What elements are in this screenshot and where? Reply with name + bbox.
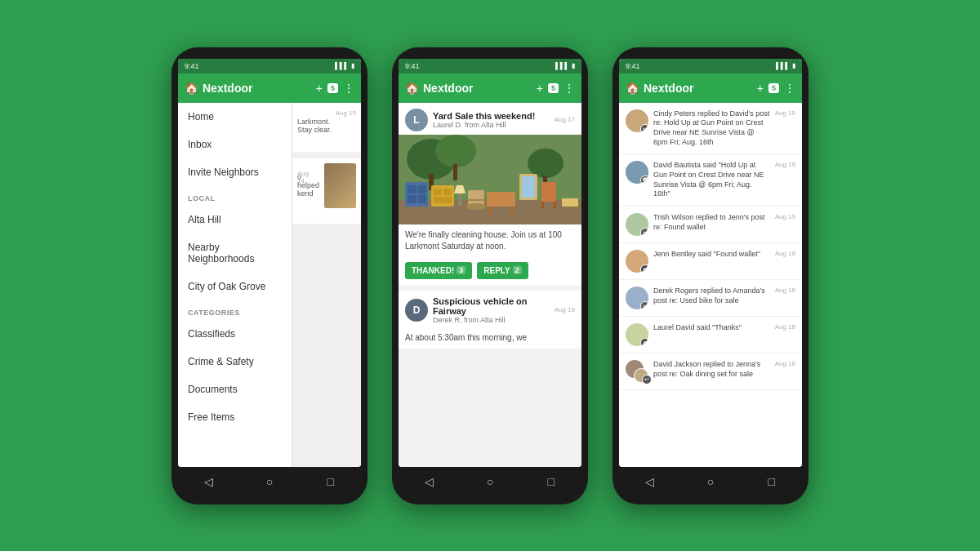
svg-rect-22 [487, 192, 515, 207]
reply-count: 2 [513, 266, 522, 274]
drawer-item-invite[interactable]: Invite Neighbors [178, 158, 292, 186]
svg-rect-17 [458, 193, 461, 207]
svg-rect-13 [431, 185, 454, 207]
svg-rect-31 [562, 198, 578, 207]
more-icon-2[interactable]: ⋮ [564, 82, 575, 95]
drawer-item-documents[interactable]: Documents [178, 375, 292, 403]
drawer-item-nearby[interactable]: Nearby Neighborhoods [178, 233, 292, 273]
phone-1-screen: 9:41 ▌▌▌ ▮ 🏠 Nextdoor + 5 ⋮ Home Inbox I [178, 59, 361, 467]
recents-btn-2[interactable]: □ [543, 473, 559, 490]
drawer-section-categories: CATEGORIES [178, 300, 292, 320]
thanked-button[interactable]: THANKED! 3 [405, 262, 472, 279]
post-1-header: L Yard Sale this weekend! Laurel D. from… [399, 103, 581, 135]
home-btn-2[interactable]: ○ [482, 473, 498, 490]
post-1-avatar: L [405, 109, 428, 131]
notif-date-6: Aug 18 [775, 323, 795, 331]
drawer-item-altahill[interactable]: Alta Hill [178, 206, 292, 233]
phone-1: 9:41 ▌▌▌ ▮ 🏠 Nextdoor + 5 ⋮ Home Inbox I [172, 47, 368, 504]
post-2-body: At about 5:30am this morning, we [399, 327, 581, 349]
status-time-2: 9:41 [405, 62, 420, 70]
notif-item-7[interactable]: ↩ David Jackson replied to Jenna's post … [619, 353, 802, 390]
home-btn-1[interactable]: ○ [261, 473, 278, 490]
app-logo-1: 🏠 [185, 82, 198, 95]
phone-2: 9:41 ▌▌▌ ▮ 🏠 Nextdoor + 5 ⋮ L [392, 47, 588, 504]
post-2-title: Suspicious vehicle on Fairway [433, 296, 550, 316]
post-2-date: Aug 16 [555, 306, 575, 313]
app-name-1: Nextdoor [203, 82, 252, 95]
recents-btn-3[interactable]: □ [764, 473, 780, 490]
add-icon-3[interactable]: + [757, 82, 764, 95]
svg-rect-29 [541, 202, 544, 208]
drawer-item-classifieds[interactable]: Classifieds [178, 320, 292, 348]
notif-comment-icon-6: 💬 [640, 338, 648, 346]
back-btn-3[interactable]: ◁ [641, 473, 657, 490]
phone-2-nav: ◁ ○ □ [399, 467, 581, 493]
partial-image [324, 163, 356, 208]
svg-rect-27 [541, 190, 556, 202]
notif-item-3[interactable]: ↩ Trish Wilson replied to Jenn's post re… [619, 207, 802, 243]
back-btn-1[interactable]: ◁ [200, 473, 216, 490]
notification-badge-1[interactable]: 5 [327, 83, 338, 93]
reply-button[interactable]: REPLY 2 [477, 262, 528, 279]
battery-icon-3: ▮ [792, 62, 795, 69]
svg-rect-10 [418, 185, 426, 193]
post-1-title: Yard Sale this weekend! [433, 111, 550, 121]
app-header-1: 🏠 Nextdoor + 5 ⋮ [178, 73, 361, 103]
header-icons-3: + 5 ⋮ [757, 82, 795, 95]
more-icon-1[interactable]: ⋮ [343, 82, 354, 95]
recents-btn-1[interactable]: □ [323, 473, 339, 490]
notif-item-1[interactable]: ↩ Cindy Peters replied to David's post r… [619, 103, 802, 155]
post-1-body: We're finally cleaning house. Join us at… [399, 224, 581, 257]
notif-date-4: Aug 19 [775, 250, 795, 257]
svg-rect-30 [554, 202, 556, 208]
notif-reply-icon-3: ↩ [640, 228, 648, 236]
notif-text-4: Jenn Bentley said "Found wallet" [653, 250, 770, 260]
status-icons-3: ▌▌▌ ▮ [776, 62, 795, 69]
drawer-item-crime[interactable]: Crime & Safety [178, 348, 292, 375]
status-time-1: 9:41 [185, 62, 199, 70]
drawer-item-inbox[interactable]: Inbox [178, 131, 292, 158]
add-icon-2[interactable]: + [537, 82, 543, 95]
app-name-2: Nextdoor [423, 82, 473, 95]
svg-rect-24 [510, 207, 514, 215]
notif-date-1: Aug 19 [775, 109, 795, 117]
notif-item-5[interactable]: ↩ Derek Rogers replied to Amanda's post … [619, 280, 802, 317]
notif-text-7: David Jackson replied to Jenna's post re… [653, 360, 770, 379]
app-logo-2: 🏠 [405, 82, 419, 95]
notif-text-3: Trish Wilson replied to Jenn's post re: … [653, 213, 770, 232]
more-icon-3[interactable]: ⋮ [784, 82, 795, 95]
add-icon-1[interactable]: + [316, 82, 323, 95]
notif-item-6[interactable]: 💬 Laurel David said "Thanks" Aug 18 [619, 317, 802, 353]
drawer-item-home[interactable]: Home [178, 103, 292, 131]
notif-date-7: Aug 16 [775, 360, 795, 367]
phone-2-screen: 9:41 ▌▌▌ ▮ 🏠 Nextdoor + 5 ⋮ L [399, 59, 581, 467]
header-icons-1: + 5 ⋮ [316, 82, 354, 95]
battery-icon-1: ▮ [351, 62, 354, 69]
notif-item-2[interactable]: 💬 David Bautista said "Hold Up at Gun Po… [619, 154, 802, 207]
notif-text-1: Cindy Peters replied to David's post re:… [653, 109, 770, 148]
notif-avatar-5: ↩ [626, 287, 648, 309]
notif-text-6: Laurel David said "Thanks" [653, 323, 770, 333]
home-btn-3[interactable]: ○ [702, 473, 719, 490]
svg-rect-16 [434, 197, 452, 203]
drawer-item-freeitems[interactable]: Free Items [178, 403, 292, 431]
svg-rect-23 [488, 207, 492, 215]
notification-badge-3[interactable]: 5 [768, 83, 779, 93]
drawer-item-city[interactable]: City of Oak Grove [178, 273, 292, 300]
notif-date-3: Aug 19 [775, 213, 795, 220]
back-btn-2[interactable]: ◁ [421, 473, 437, 490]
feed-post-1: L Yard Sale this weekend! Laurel D. from… [399, 103, 581, 286]
svg-point-21 [466, 203, 486, 210]
main-partial-feed: Aug 15 Larkmont.Stay clear. Aug 14 o hel… [292, 103, 361, 467]
notif-date-5: Aug 18 [775, 287, 795, 294]
notif-reply-icon-7: ↩ [642, 375, 652, 384]
notif-item-4[interactable]: 💬 Jenn Bentley said "Found wallet" Aug 1… [619, 243, 802, 280]
notif-reply-icon-5: ↩ [640, 301, 648, 309]
notification-badge-2[interactable]: 5 [548, 83, 559, 93]
notifications-list: ↩ Cindy Peters replied to David's post r… [619, 103, 802, 467]
header-icons-2: + 5 ⋮ [537, 82, 575, 95]
reply-label: REPLY [483, 266, 510, 275]
notif-avatar-2: 💬 [626, 161, 648, 184]
svg-point-3 [528, 149, 564, 178]
status-bar-2: 9:41 ▌▌▌ ▮ [399, 59, 581, 73]
